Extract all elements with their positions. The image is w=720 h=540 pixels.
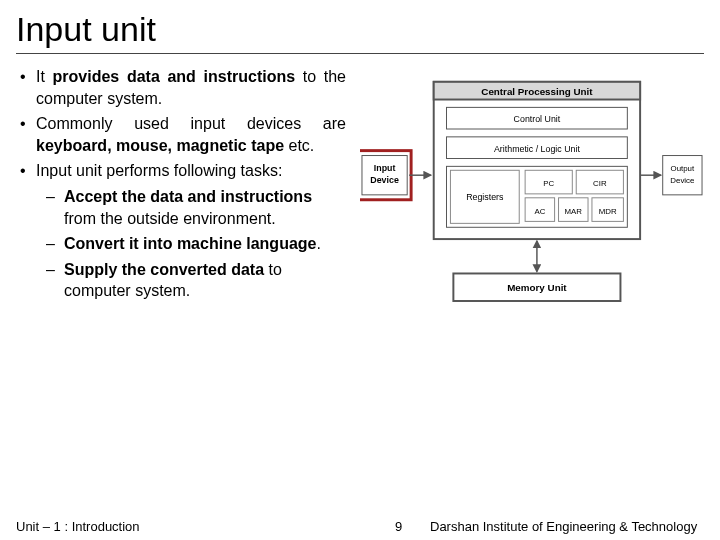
text: Commonly used input devices are: [36, 115, 346, 132]
diag-output-l2: Device: [670, 176, 695, 185]
bullet-1: It provides data and instructions to the…: [36, 66, 346, 109]
diag-registers-label: Registers: [466, 192, 504, 202]
diag-control-label: Control Unit: [514, 114, 561, 124]
content-row: It provides data and instructions to the…: [16, 66, 704, 332]
diagram-column: Input Device Central Processing Unit Con…: [360, 66, 704, 332]
footer: Unit – 1 : Introduction 9 Darshan Instit…: [0, 512, 720, 540]
text: from the outside environment.: [64, 210, 276, 227]
diag-pc-label: PC: [543, 179, 554, 188]
text-bold: keyboard, mouse, magnetic tape: [36, 137, 284, 154]
footer-institute: Darshan Institute of Engineering & Techn…: [430, 519, 697, 534]
text: etc.: [284, 137, 314, 154]
text-bold: Supply the converted data: [64, 261, 264, 278]
footer-unit: Unit – 1 : Introduction: [16, 519, 140, 534]
diag-cpu-label: Central Processing Unit: [481, 86, 593, 97]
diag-mdr-label: MDR: [599, 207, 617, 216]
text-bold: provides data and instructions: [45, 68, 295, 85]
text-bold: Accept the data and instructions: [64, 188, 312, 205]
sub-bullet-1: Accept the data and instructions from th…: [64, 186, 346, 229]
bullet-column: It provides data and instructions to the…: [16, 66, 346, 332]
text: Input unit performs following tasks:: [36, 162, 282, 179]
diag-memory-label: Memory Unit: [507, 282, 567, 293]
bullet-2: Commonly used input devices are keyboard…: [36, 113, 346, 156]
sub-bullet-3: Supply the converted data to computer sy…: [64, 259, 346, 302]
sub-list: Accept the data and instructions from th…: [36, 186, 346, 302]
slide: Input unit It provides data and instruct…: [0, 0, 720, 540]
diag-input-l2: Device: [370, 175, 399, 185]
diag-output-l1: Output: [671, 164, 695, 173]
text: It: [36, 68, 45, 85]
bullet-3: Input unit performs following tasks: Acc…: [36, 160, 346, 302]
footer-page-number: 9: [395, 519, 402, 534]
diag-input-l1: Input: [374, 163, 396, 173]
cpu-diagram: Input Device Central Processing Unit Con…: [360, 72, 704, 328]
slide-title: Input unit: [16, 10, 704, 54]
text-bold: Convert it into machine language: [64, 235, 316, 252]
bullet-list: It provides data and instructions to the…: [16, 66, 346, 302]
text: .: [316, 235, 320, 252]
sub-bullet-2: Convert it into machine language.: [64, 233, 346, 255]
diag-alu-label: Arithmetic / Logic Unit: [494, 144, 580, 154]
diag-mar-label: MAR: [565, 207, 583, 216]
diag-ac-label: AC: [534, 207, 545, 216]
diag-cir-label: CIR: [593, 179, 607, 188]
